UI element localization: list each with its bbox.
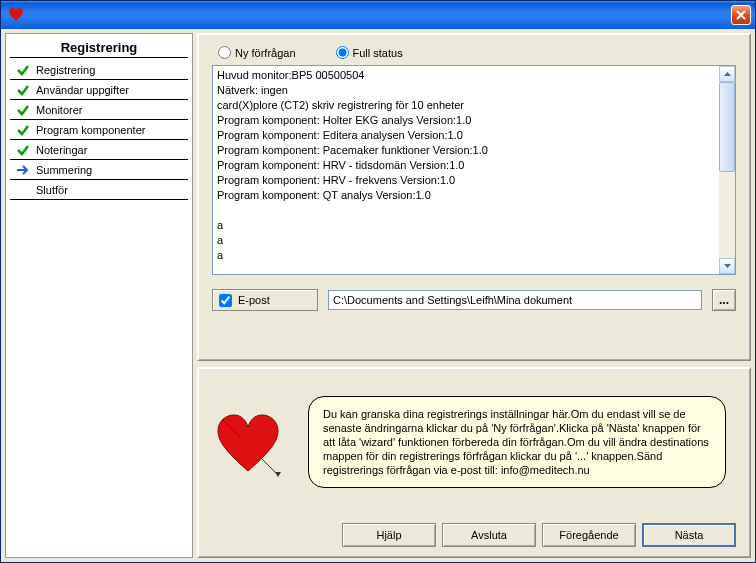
wizard-step-label: Monitorer bbox=[36, 104, 82, 116]
svg-point-1 bbox=[257, 426, 259, 428]
browse-label: ... bbox=[719, 293, 729, 307]
wizard-step-label: Registrering bbox=[36, 64, 95, 76]
radio-new-label: Ny förfrågan bbox=[235, 47, 296, 59]
back-button[interactable]: Föregående bbox=[542, 523, 636, 547]
speech-area: Du kan granska dina registrerings instäl… bbox=[208, 378, 736, 517]
status-text: Huvud monitor:BP5 00500504 Nätverk: inge… bbox=[213, 66, 719, 274]
email-checkbox-wrap[interactable]: E-post bbox=[212, 289, 318, 311]
main-area: Ny förfrågan Full status Huvud monitor:B… bbox=[197, 33, 751, 558]
wizard-step-label: Noteringar bbox=[36, 144, 87, 156]
email-label: E-post bbox=[238, 294, 270, 306]
wizard-step[interactable]: Registrering bbox=[10, 60, 188, 80]
check-icon bbox=[16, 83, 30, 97]
close-button[interactable] bbox=[731, 5, 751, 25]
radio-new-request[interactable]: Ny förfrågan bbox=[218, 46, 296, 59]
check-icon bbox=[16, 103, 30, 117]
radio-full-status[interactable]: Full status bbox=[336, 46, 403, 59]
svg-point-3 bbox=[267, 432, 269, 434]
scroll-track[interactable] bbox=[719, 82, 735, 258]
scroll-down-button[interactable] bbox=[719, 258, 735, 274]
wizard-step[interactable]: Noteringar bbox=[10, 140, 188, 160]
content-area: Registrering RegistreringAnvändar uppgif… bbox=[1, 29, 755, 562]
status-textarea[interactable]: Huvud monitor:BP5 00500504 Nätverk: inge… bbox=[212, 65, 736, 275]
wizard-sidebar: Registrering RegistreringAnvändar uppgif… bbox=[5, 33, 193, 558]
blank-icon bbox=[16, 183, 30, 197]
email-checkbox[interactable] bbox=[219, 294, 232, 307]
help-speech-bubble: Du kan granska dina registrerings instäl… bbox=[308, 396, 726, 488]
help-text: Du kan granska dina registrerings instäl… bbox=[323, 408, 709, 476]
scrollbar-vertical[interactable] bbox=[719, 66, 735, 274]
wizard-step-label: Summering bbox=[36, 164, 92, 176]
wizard-step-label: Program komponenter bbox=[36, 124, 145, 136]
radio-new-input[interactable] bbox=[218, 46, 231, 59]
wizard-step-label: Användar uppgifter bbox=[36, 84, 129, 96]
cancel-button[interactable]: Avsluta bbox=[442, 523, 536, 547]
check-icon bbox=[16, 63, 30, 77]
wizard-step[interactable]: Användar uppgifter bbox=[10, 80, 188, 100]
wizard-step[interactable]: Program komponenter bbox=[10, 120, 188, 140]
help-button[interactable]: Hjälp bbox=[342, 523, 436, 547]
arrow-right-icon bbox=[16, 163, 30, 177]
sidebar-title: Registrering bbox=[10, 40, 188, 58]
wizard-step[interactable]: Summering bbox=[10, 160, 188, 180]
heart-mascot-icon bbox=[212, 409, 284, 481]
scroll-up-button[interactable] bbox=[719, 66, 735, 82]
check-icon bbox=[16, 143, 30, 157]
destination-path-input[interactable] bbox=[328, 290, 702, 310]
wizard-step[interactable]: Slutför bbox=[10, 180, 188, 200]
wizard-button-row: Hjälp Avsluta Föregående Nästa bbox=[208, 517, 736, 547]
wizard-step-label: Slutför bbox=[36, 184, 68, 196]
wizard-step[interactable]: Monitorer bbox=[10, 100, 188, 120]
app-icon bbox=[7, 6, 25, 24]
next-button[interactable]: Nästa bbox=[642, 523, 736, 547]
help-panel: Du kan granska dina registrerings instäl… bbox=[197, 367, 751, 558]
view-mode-radios: Ny förfrågan Full status bbox=[212, 46, 736, 65]
radio-full-input[interactable] bbox=[336, 46, 349, 59]
scroll-thumb[interactable] bbox=[719, 82, 735, 172]
titlebar bbox=[1, 1, 755, 29]
radio-full-label: Full status bbox=[353, 47, 403, 59]
browse-button[interactable]: ... bbox=[712, 289, 736, 311]
summary-panel: Ny förfrågan Full status Huvud monitor:B… bbox=[197, 33, 751, 361]
check-icon bbox=[16, 123, 30, 137]
email-row: E-post ... bbox=[212, 289, 736, 311]
